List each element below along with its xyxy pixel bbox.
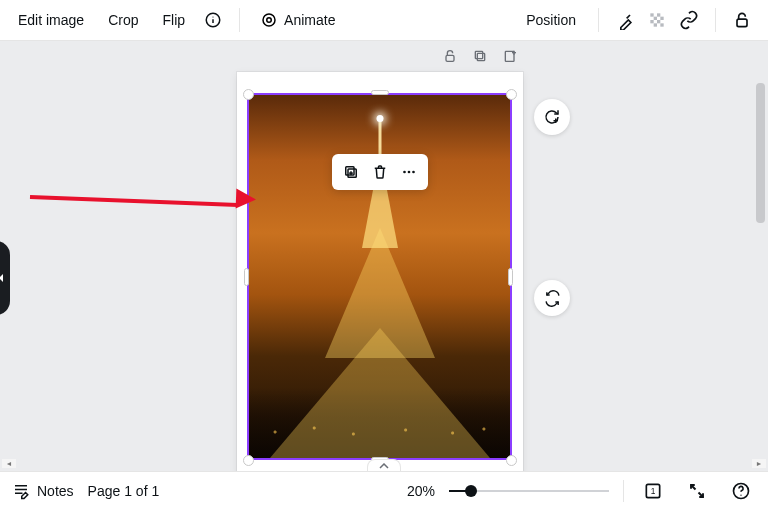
sync-button[interactable] [534, 280, 570, 316]
canvas-area[interactable]: ◄ ► [0, 41, 768, 471]
grid-view-button[interactable]: 1 [638, 476, 668, 506]
svg-rect-7 [654, 17, 657, 20]
svg-point-24 [403, 171, 406, 174]
bottom-separator [623, 480, 624, 502]
svg-rect-15 [477, 53, 484, 60]
notes-button[interactable]: Notes [12, 482, 74, 500]
svg-rect-14 [446, 55, 454, 61]
animate-icon [260, 11, 278, 29]
edit-image-button[interactable]: Edit image [6, 6, 96, 34]
flip-button[interactable]: Flip [151, 6, 198, 34]
toolbar-left-group: Edit image Crop Flip Animate [6, 4, 345, 36]
floating-context-menu [332, 154, 428, 190]
duplicate-page-icon[interactable] [470, 46, 490, 66]
svg-rect-12 [660, 23, 663, 26]
duplicate-button[interactable] [338, 159, 364, 185]
zoom-slider-thumb[interactable] [465, 485, 477, 497]
add-page-tab[interactable] [367, 459, 401, 471]
position-button[interactable]: Position [514, 6, 588, 34]
animate-button[interactable]: Animate [250, 5, 345, 35]
svg-point-34 [740, 495, 741, 496]
svg-rect-13 [737, 19, 747, 26]
toolbar-separator [715, 8, 716, 32]
link-icon[interactable] [673, 4, 705, 36]
svg-rect-10 [657, 20, 660, 23]
svg-point-25 [408, 171, 411, 174]
svg-rect-5 [650, 13, 653, 16]
add-page-icon[interactable] [500, 46, 520, 66]
delete-button[interactable] [367, 159, 393, 185]
scroll-left-button[interactable]: ◄ [2, 459, 16, 468]
bottom-bar: Notes Page 1 of 1 20% 1 [0, 471, 768, 510]
info-icon[interactable] [197, 4, 229, 36]
svg-rect-6 [657, 13, 660, 16]
notes-icon [12, 482, 30, 500]
zoom-slider[interactable] [449, 483, 609, 499]
resize-handle-nw[interactable] [243, 89, 254, 100]
resize-handle-n[interactable] [371, 90, 389, 95]
regenerate-button[interactable] [534, 99, 570, 135]
top-toolbar: Edit image Crop Flip Animate Position [0, 0, 768, 41]
toolbar-separator [239, 8, 240, 32]
transparency-icon[interactable] [641, 4, 673, 36]
svg-point-3 [263, 14, 275, 26]
animate-label: Animate [284, 12, 335, 28]
vertical-scrollbar[interactable] [756, 83, 765, 223]
color-picker-icon[interactable] [609, 4, 641, 36]
zoom-level[interactable]: 20% [407, 483, 435, 499]
resize-handle-e[interactable] [508, 268, 513, 286]
more-button[interactable] [396, 159, 422, 185]
svg-rect-9 [650, 20, 653, 23]
lock-icon[interactable] [726, 4, 758, 36]
svg-point-26 [412, 171, 415, 174]
fullscreen-button[interactable] [682, 476, 712, 506]
resize-handle-ne[interactable] [506, 89, 517, 100]
page-indicator[interactable]: Page 1 of 1 [88, 483, 160, 499]
scroll-right-button[interactable]: ► [752, 459, 766, 468]
selected-image[interactable] [247, 93, 512, 460]
resize-handle-w[interactable] [244, 268, 249, 286]
svg-rect-16 [475, 51, 482, 58]
lock-page-icon[interactable] [440, 46, 460, 66]
svg-point-4 [267, 18, 272, 23]
svg-rect-11 [654, 23, 657, 26]
crop-button[interactable]: Crop [96, 6, 150, 34]
svg-point-2 [212, 16, 213, 17]
svg-rect-8 [660, 17, 663, 20]
annotation-arrow [30, 177, 250, 207]
toolbar-separator [598, 8, 599, 32]
page-actions-group [440, 46, 520, 66]
help-button[interactable] [726, 476, 756, 506]
notes-label: Notes [37, 483, 74, 499]
svg-text:1: 1 [651, 486, 656, 496]
expand-panel-button[interactable] [0, 241, 10, 315]
